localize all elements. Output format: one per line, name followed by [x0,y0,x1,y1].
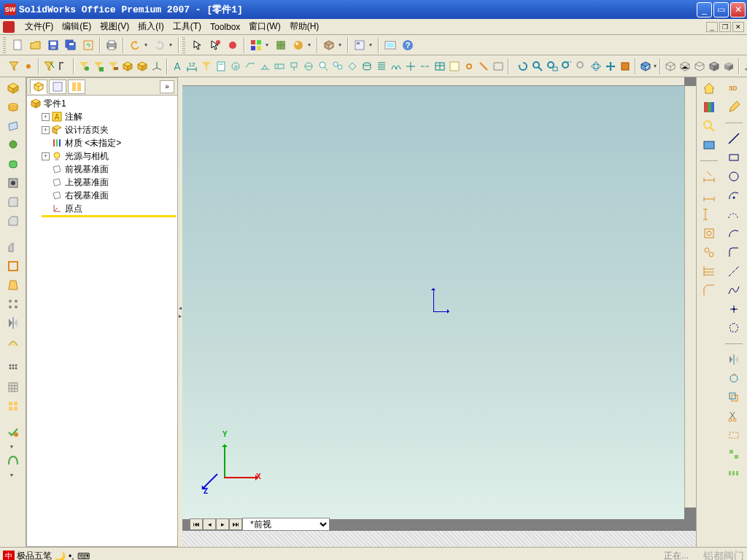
dim-chamfer-icon[interactable] [700,282,718,298]
ime-icon[interactable]: 中 [3,551,15,561]
tool-table-icon[interactable] [433,58,446,74]
feature-cut2-icon[interactable] [4,156,22,172]
view-orientation-select[interactable]: *前视 [242,518,330,531]
view-filter1-icon[interactable] [77,58,90,74]
save-icon[interactable] [45,37,61,53]
dim-chain-icon[interactable] [700,244,718,260]
feature-revolve-icon[interactable] [4,99,22,115]
sketch-circle-icon[interactable] [725,168,743,184]
feature-chamfer-icon[interactable] [4,213,22,229]
std-views-icon[interactable] [639,58,652,74]
view-tab-prev[interactable]: ◂ [203,518,216,530]
task-lib-icon[interactable] [700,99,718,115]
minimize-button[interactable]: _ [697,2,712,18]
sketch-convert-icon[interactable] [725,370,743,386]
feature-rib-icon[interactable] [4,239,22,255]
filter-edge-icon[interactable] [42,58,55,74]
ime-moon-icon[interactable]: 🌙 [55,551,66,561]
tool-wire-icon[interactable] [492,58,505,74]
filter-vertex-icon[interactable] [22,58,35,74]
sketch-spline-icon[interactable] [725,282,743,298]
material-icon[interactable] [290,37,306,53]
zoom-inout-icon[interactable] [560,58,573,74]
dim-horiz-icon[interactable] [700,187,718,203]
feature-tree[interactable]: 零件1 + A 注解 + 设计活页夹 材质 <未指定> + 光源与相机 [27,96,177,546]
sketch-poly-icon[interactable] [725,320,743,336]
task-home-icon[interactable] [700,80,718,96]
open-icon[interactable] [28,37,44,53]
tool-surf-icon[interactable] [244,58,257,74]
zoom-sel-icon[interactable] [575,58,588,74]
sketch-rect-icon[interactable] [725,149,743,166]
std-views-dropdown[interactable]: ▾ [654,63,657,69]
triad[interactable]: Y X Z [201,435,252,486]
tree-origin[interactable]: 原点 [28,202,176,215]
tool-area-icon[interactable] [390,58,403,74]
feature-curve-icon[interactable] [4,453,22,469]
undo-dropdown[interactable]: ▾ [144,42,150,48]
tool-weld-icon[interactable] [258,58,271,74]
rebuild-dropdown[interactable]: ▾ [338,42,344,48]
close-button[interactable]: ✕ [730,2,746,18]
tool-dim-icon[interactable]: 12 [185,58,198,74]
shaded-edge-icon[interactable] [708,58,721,74]
mdi-restore[interactable]: ❐ [719,22,731,32]
wireframe-icon[interactable] [664,58,677,74]
view-tab-last[interactable]: ⏭ [229,518,242,530]
filter-icon[interactable] [7,58,20,74]
tree-root[interactable]: 零件1 [28,97,176,110]
tool-cl-icon[interactable] [419,58,432,74]
view-axo-icon[interactable] [150,58,163,74]
sketch-fillet-icon[interactable] [725,244,743,260]
screencap-icon[interactable] [382,37,398,53]
feature-sweep-icon[interactable] [4,334,22,350]
sketch-point-icon[interactable] [725,301,743,317]
mdi-close[interactable]: ✕ [732,22,744,32]
tool-a-icon[interactable] [171,58,184,74]
hidden-icon[interactable] [678,58,692,74]
print-icon[interactable] [104,37,120,53]
view-prev-icon[interactable] [516,58,530,74]
fm-tab-config[interactable] [68,79,85,94]
tool-gtol-icon[interactable] [273,58,286,74]
cube-icon[interactable] [121,58,134,74]
sketch-linear-pat-icon[interactable] [725,465,743,481]
rebuild-icon[interactable] [321,37,337,53]
feature-mirror-icon[interactable] [4,315,22,331]
feature-extrude-icon[interactable] [4,80,22,96]
menu-file[interactable]: 文件(F) [20,19,58,34]
zoom-area-icon[interactable] [546,58,559,74]
sketch-pencil-icon[interactable] [725,99,743,115]
tool-note-icon[interactable] [214,58,228,74]
feature-dots-icon[interactable] [4,360,22,376]
tree-right-plane[interactable]: 右视基准面 [28,189,176,202]
dim-smart-icon[interactable] [700,168,718,184]
dim-base-icon[interactable] [700,225,718,241]
tool-thread-icon[interactable] [375,58,388,74]
sketch-arc-center-icon[interactable] [725,187,743,203]
tree-rollback-bar[interactable] [42,215,176,217]
dim-ord-icon[interactable] [700,263,718,279]
feature-grid-icon[interactable] [4,379,22,395]
options-icon[interactable] [352,37,368,53]
view-tab-next[interactable]: ▸ [216,518,229,530]
task-search-icon[interactable] [700,118,718,134]
maximize-button[interactable]: ▭ [713,2,729,18]
sketch-icon[interactable] [225,37,241,53]
tool-target-icon[interactable] [302,58,315,74]
feature-grid2-icon[interactable] [4,398,22,414]
menu-tools[interactable]: 工具(T) [169,19,206,34]
menu-edit[interactable]: 编辑(E) [58,19,96,34]
tool-balloon-icon[interactable] [317,58,330,74]
viewport[interactable]: Y X Z [182,86,684,519]
toolbar-grip2[interactable] [182,37,185,53]
feature-pattern-icon[interactable] [4,296,22,312]
toolbar-grip[interactable] [3,37,6,53]
view-filter2-icon[interactable] [92,58,105,74]
tool-path-icon[interactable] [477,58,490,74]
menu-window[interactable]: 窗口(W) [244,19,285,34]
tool-balloon2-icon[interactable] [331,58,344,74]
texture-icon[interactable] [273,37,289,53]
tool-bom-icon[interactable] [448,58,461,74]
view-filter3-icon[interactable] [107,58,120,74]
